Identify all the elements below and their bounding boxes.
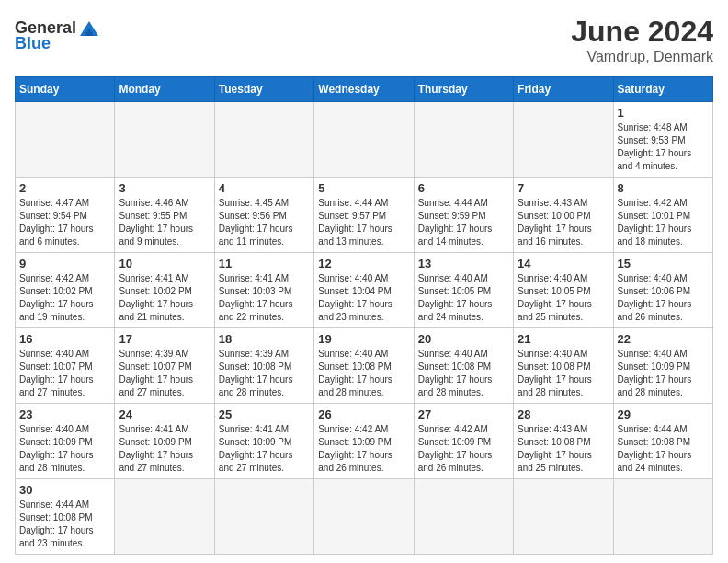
calendar-body: 1Sunrise: 4:48 AMSunset: 9:53 PMDaylight… — [16, 102, 713, 555]
weekday-header-cell: Friday — [514, 77, 613, 102]
day-number: 26 — [318, 408, 409, 421]
calendar-day-cell — [514, 479, 613, 555]
calendar-day-cell — [314, 102, 414, 178]
logo-triangle-icon — [80, 21, 98, 36]
weekday-header-cell: Sunday — [16, 77, 115, 102]
calendar-day-cell: 25Sunrise: 4:41 AMSunset: 10:09 PMDaylig… — [214, 404, 313, 479]
calendar-day-cell: 17Sunrise: 4:39 AMSunset: 10:07 PMDaylig… — [115, 328, 214, 404]
calendar-day-cell: 23Sunrise: 4:40 AMSunset: 10:09 PMDaylig… — [16, 404, 115, 479]
day-info: Sunrise: 4:41 AMSunset: 10:09 PMDaylight… — [119, 423, 210, 475]
day-number: 21 — [518, 332, 609, 346]
day-info: Sunrise: 4:43 AMSunset: 10:08 PMDaylight… — [518, 423, 609, 475]
calendar-day-cell: 27Sunrise: 4:42 AMSunset: 10:09 PMDaylig… — [414, 404, 513, 479]
weekday-header-cell: Saturday — [613, 77, 712, 102]
calendar-day-cell — [314, 479, 414, 555]
day-info: Sunrise: 4:40 AMSunset: 10:09 PMDaylight… — [618, 348, 709, 399]
day-info: Sunrise: 4:41 AMSunset: 10:09 PMDaylight… — [219, 423, 310, 475]
day-info: Sunrise: 4:40 AMSunset: 10:09 PMDaylight… — [19, 423, 110, 475]
day-info: Sunrise: 4:46 AMSunset: 9:55 PMDaylight:… — [119, 197, 210, 248]
calendar-week-row: 30Sunrise: 4:44 AMSunset: 10:08 PMDaylig… — [16, 479, 713, 555]
weekday-header-cell: Thursday — [414, 77, 513, 102]
calendar-table: SundayMondayTuesdayWednesdayThursdayFrid… — [15, 76, 713, 555]
calendar-day-cell: 8Sunrise: 4:42 AMSunset: 10:01 PMDayligh… — [613, 178, 712, 253]
calendar-week-row: 16Sunrise: 4:40 AMSunset: 10:07 PMDaylig… — [16, 328, 713, 404]
day-number: 20 — [418, 332, 509, 346]
calendar-day-cell: 29Sunrise: 4:44 AMSunset: 10:08 PMDaylig… — [613, 404, 712, 479]
calendar-day-cell: 18Sunrise: 4:39 AMSunset: 10:08 PMDaylig… — [214, 328, 313, 404]
day-info: Sunrise: 4:41 AMSunset: 10:03 PMDaylight… — [219, 272, 310, 324]
calendar-day-cell: 19Sunrise: 4:40 AMSunset: 10:08 PMDaylig… — [314, 328, 414, 404]
calendar-day-cell: 10Sunrise: 4:41 AMSunset: 10:02 PMDaylig… — [115, 253, 214, 328]
location-subtitle: Vamdrup, Denmark — [571, 49, 713, 65]
calendar-day-cell: 16Sunrise: 4:40 AMSunset: 10:07 PMDaylig… — [16, 328, 115, 404]
day-number: 23 — [19, 408, 110, 421]
day-info: Sunrise: 4:45 AMSunset: 9:56 PMDaylight:… — [219, 197, 310, 248]
calendar-day-cell: 5Sunrise: 4:44 AMSunset: 9:57 PMDaylight… — [314, 178, 414, 253]
day-number: 30 — [19, 483, 110, 497]
day-info: Sunrise: 4:40 AMSunset: 10:08 PMDaylight… — [518, 348, 609, 399]
calendar-week-row: 9Sunrise: 4:42 AMSunset: 10:02 PMDayligh… — [16, 253, 713, 328]
calendar-day-cell: 4Sunrise: 4:45 AMSunset: 9:56 PMDaylight… — [214, 178, 313, 253]
calendar-day-cell: 13Sunrise: 4:40 AMSunset: 10:05 PMDaylig… — [414, 253, 513, 328]
day-number: 19 — [318, 332, 409, 346]
day-number: 2 — [19, 181, 110, 195]
calendar-day-cell — [613, 479, 712, 555]
day-info: Sunrise: 4:40 AMSunset: 10:08 PMDaylight… — [418, 348, 509, 399]
calendar-day-cell — [115, 102, 214, 178]
day-number: 25 — [219, 408, 310, 421]
calendar-day-cell — [115, 479, 214, 555]
day-number: 10 — [119, 257, 210, 270]
day-info: Sunrise: 4:42 AMSunset: 10:01 PMDaylight… — [618, 197, 709, 248]
calendar-day-cell: 11Sunrise: 4:41 AMSunset: 10:03 PMDaylig… — [214, 253, 313, 328]
logo-container: General Blue — [15, 18, 98, 53]
day-number: 3 — [119, 181, 210, 195]
day-info: Sunrise: 4:40 AMSunset: 10:05 PMDaylight… — [518, 272, 609, 324]
day-number: 28 — [518, 408, 609, 421]
day-info: Sunrise: 4:44 AMSunset: 10:08 PMDaylight… — [618, 423, 709, 475]
calendar-day-cell — [16, 102, 115, 178]
day-info: Sunrise: 4:47 AMSunset: 9:54 PMDaylight:… — [19, 197, 110, 248]
day-number: 5 — [318, 181, 409, 195]
weekday-header-row: SundayMondayTuesdayWednesdayThursdayFrid… — [16, 77, 713, 102]
day-number: 15 — [618, 257, 709, 270]
day-info: Sunrise: 4:44 AMSunset: 10:08 PMDaylight… — [19, 499, 110, 550]
day-info: Sunrise: 4:40 AMSunset: 10:08 PMDaylight… — [318, 348, 409, 399]
day-info: Sunrise: 4:44 AMSunset: 9:59 PMDaylight:… — [418, 197, 509, 248]
day-number: 27 — [418, 408, 509, 421]
calendar-day-cell: 30Sunrise: 4:44 AMSunset: 10:08 PMDaylig… — [16, 479, 115, 555]
day-number: 16 — [19, 332, 110, 346]
day-info: Sunrise: 4:42 AMSunset: 10:09 PMDaylight… — [318, 423, 409, 475]
day-info: Sunrise: 4:40 AMSunset: 10:07 PMDaylight… — [19, 348, 110, 399]
day-info: Sunrise: 4:43 AMSunset: 10:00 PMDaylight… — [518, 197, 609, 248]
calendar-day-cell: 28Sunrise: 4:43 AMSunset: 10:08 PMDaylig… — [514, 404, 613, 479]
calendar-day-cell: 24Sunrise: 4:41 AMSunset: 10:09 PMDaylig… — [115, 404, 214, 479]
day-number: 24 — [119, 408, 210, 421]
day-info: Sunrise: 4:39 AMSunset: 10:08 PMDaylight… — [219, 348, 310, 399]
day-info: Sunrise: 4:44 AMSunset: 9:57 PMDaylight:… — [318, 197, 409, 248]
day-number: 14 — [518, 257, 609, 270]
day-info: Sunrise: 4:40 AMSunset: 10:05 PMDaylight… — [418, 272, 509, 324]
calendar-day-cell — [414, 102, 513, 178]
calendar-day-cell — [214, 479, 313, 555]
weekday-header-cell: Wednesday — [314, 77, 414, 102]
day-number: 22 — [618, 332, 709, 346]
day-number: 9 — [19, 257, 110, 270]
day-info: Sunrise: 4:48 AMSunset: 9:53 PMDaylight:… — [618, 121, 709, 173]
calendar-day-cell: 9Sunrise: 4:42 AMSunset: 10:02 PMDayligh… — [16, 253, 115, 328]
calendar-day-cell: 14Sunrise: 4:40 AMSunset: 10:05 PMDaylig… — [514, 253, 613, 328]
day-number: 12 — [318, 257, 409, 270]
day-info: Sunrise: 4:42 AMSunset: 10:09 PMDaylight… — [418, 423, 509, 475]
day-number: 11 — [219, 257, 310, 270]
day-number: 7 — [518, 181, 609, 195]
logo-blue-text: Blue — [15, 34, 51, 53]
day-info: Sunrise: 4:42 AMSunset: 10:02 PMDaylight… — [19, 272, 110, 324]
day-info: Sunrise: 4:40 AMSunset: 10:06 PMDaylight… — [618, 272, 709, 324]
calendar-day-cell: 1Sunrise: 4:48 AMSunset: 9:53 PMDaylight… — [613, 102, 712, 178]
day-number: 4 — [219, 181, 310, 195]
day-info: Sunrise: 4:39 AMSunset: 10:07 PMDaylight… — [119, 348, 210, 399]
day-number: 6 — [418, 181, 509, 195]
calendar-day-cell — [514, 102, 613, 178]
calendar-day-cell: 26Sunrise: 4:42 AMSunset: 10:09 PMDaylig… — [314, 404, 414, 479]
day-number: 18 — [219, 332, 310, 346]
calendar-day-cell — [214, 102, 313, 178]
